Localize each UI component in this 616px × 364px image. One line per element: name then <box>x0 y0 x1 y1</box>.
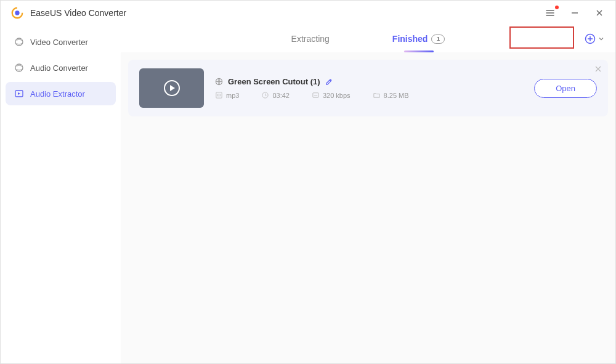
sidebar-item-audio-extractor[interactable]: Audio Extractor <box>6 82 116 105</box>
close-icon <box>595 9 604 17</box>
main-panel: Extracting Finished 1 <box>121 25 615 363</box>
globe-icon <box>215 78 223 86</box>
close-icon <box>594 65 602 73</box>
card-close-button[interactable] <box>594 65 602 75</box>
sidebar-label: Audio Extractor <box>30 89 85 99</box>
sidebar-item-video-converter[interactable]: Video Converter <box>6 30 116 54</box>
tab-label: Finished <box>392 34 428 44</box>
tab-count-badge: 1 <box>431 34 445 44</box>
size-value: 8.25 MB <box>384 92 409 99</box>
app-body: Video Converter Audio Converter Audio Ex… <box>1 25 615 363</box>
audio-extractor-icon <box>14 89 24 99</box>
bitrate-icon <box>312 91 320 99</box>
audio-converter-icon <box>14 63 24 73</box>
svg-point-1 <box>15 10 19 15</box>
tab-underline <box>404 51 434 52</box>
thumbnail-play[interactable] <box>139 68 204 108</box>
meta-format: mp3 <box>215 91 239 99</box>
app-window: EaseUS Video Converter Video Converter <box>0 0 616 364</box>
content-area: Green Screen Cutout (1) mp3 03:42 <box>121 52 615 363</box>
plus-circle-icon <box>585 33 596 44</box>
meta-duration: 03:42 <box>261 91 290 99</box>
minimize-icon <box>570 9 579 17</box>
play-circle-icon <box>163 79 181 97</box>
titlebar: EaseUS Video Converter <box>1 1 615 25</box>
tab-label: Extracting <box>291 34 330 44</box>
add-button[interactable] <box>585 33 604 44</box>
sidebar-label: Audio Converter <box>30 63 88 73</box>
meta-bitrate: 320 kbps <box>312 91 351 99</box>
app-title: EaseUS Video Converter <box>30 8 126 18</box>
minimize-button[interactable] <box>569 7 581 19</box>
open-button[interactable]: Open <box>534 79 597 98</box>
edit-icon[interactable] <box>325 78 333 86</box>
notification-dot-icon <box>555 6 559 9</box>
sidebar: Video Converter Audio Converter Audio Ex… <box>1 25 121 363</box>
meta-size: 8.25 MB <box>373 91 409 99</box>
folder-icon <box>373 91 381 99</box>
sidebar-label: Video Converter <box>30 38 88 47</box>
card-meta: mp3 03:42 320 kbps <box>215 91 523 99</box>
close-window-button[interactable] <box>593 7 606 19</box>
tab-extracting[interactable]: Extracting <box>288 25 333 52</box>
card-title-row: Green Screen Cutout (1) <box>215 77 523 86</box>
audio-file-icon <box>215 91 223 99</box>
bitrate-value: 320 kbps <box>323 92 351 99</box>
titlebar-controls <box>544 7 606 19</box>
video-converter-icon <box>14 37 24 47</box>
card-info: Green Screen Cutout (1) mp3 03:42 <box>215 77 523 99</box>
tabs: Extracting Finished 1 <box>121 25 615 52</box>
tab-finished[interactable]: Finished 1 <box>389 25 449 52</box>
app-logo-icon <box>10 6 24 20</box>
annotation-highlight <box>509 26 574 49</box>
menu-button[interactable] <box>544 7 556 19</box>
sidebar-item-audio-converter[interactable]: Audio Converter <box>6 56 116 79</box>
file-title: Green Screen Cutout (1) <box>228 77 320 86</box>
result-card: Green Screen Cutout (1) mp3 03:42 <box>128 60 608 116</box>
chevron-down-icon <box>598 36 604 42</box>
duration-value: 03:42 <box>272 92 290 99</box>
format-value: mp3 <box>226 92 239 99</box>
clock-icon <box>261 91 269 99</box>
hamburger-icon <box>545 8 555 18</box>
